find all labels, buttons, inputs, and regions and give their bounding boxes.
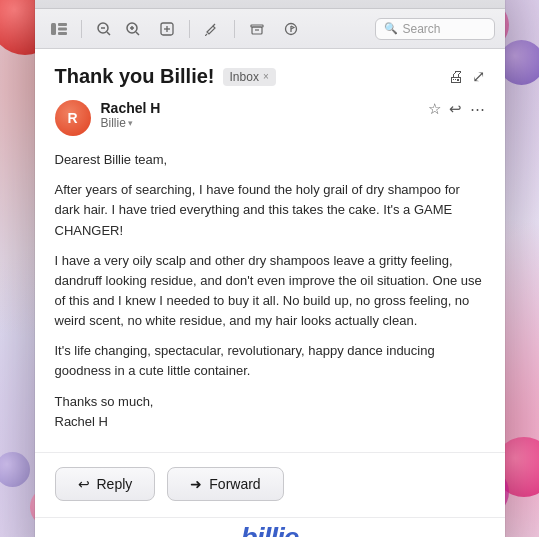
email-top-actions: 🖨 ⤢ (448, 67, 485, 86)
email-subject-row: Thank you Billie! Inbox × 🖨 ⤢ (55, 65, 485, 88)
decorative-sphere-purple (499, 40, 539, 85)
search-box[interactable]: 🔍 Search (375, 18, 495, 40)
archive-button[interactable] (243, 16, 271, 42)
svg-rect-1 (58, 23, 67, 26)
svg-line-10 (136, 32, 139, 35)
body-paragraph-1: After years of searching, I have found t… (55, 180, 485, 240)
forward-label: Forward (209, 476, 260, 492)
star-icon[interactable]: ☆ (428, 100, 441, 118)
svg-line-15 (205, 34, 207, 36)
svg-line-14 (213, 24, 215, 26)
toolbar-separator-2 (189, 20, 190, 38)
reply-icon: ↩ (78, 476, 90, 492)
decorative-sphere-lavender (0, 452, 30, 487)
search-placeholder[interactable]: Search (403, 22, 441, 36)
open-in-new-icon[interactable]: ⤢ (472, 67, 485, 86)
sender-to-chevron-icon: ▾ (128, 118, 133, 128)
inbox-badge: Inbox × (223, 68, 276, 86)
toolbar-separator-3 (234, 20, 235, 38)
mail-window: ✉ Holy grail of dry shampoo ▾ (35, 0, 505, 537)
action-buttons-row: ↩ Reply ➜ Forward (35, 452, 505, 517)
zoom-out-button[interactable] (90, 16, 118, 42)
compose-button[interactable] (153, 16, 181, 42)
zoom-in-button[interactable] (119, 16, 147, 42)
reply-label: Reply (97, 476, 133, 492)
body-greeting: Dearest Billie team, (55, 150, 485, 170)
print-icon[interactable]: 🖨 (448, 68, 464, 86)
search-icon: 🔍 (384, 22, 398, 35)
billie-logo-text: billie (241, 522, 299, 537)
inbox-badge-close[interactable]: × (263, 71, 269, 82)
forward-button[interactable]: ➜ Forward (167, 467, 283, 501)
email-content-area: Thank you Billie! Inbox × 🖨 ⤢ R Rachel H… (35, 49, 505, 452)
more-options-icon[interactable]: ⋯ (470, 100, 485, 118)
sender-to[interactable]: Billie ▾ (101, 116, 418, 130)
forward-icon: ➜ (190, 476, 202, 492)
svg-rect-2 (58, 27, 67, 30)
body-sign-off: Thanks so much,Rachel H (55, 392, 485, 432)
svg-rect-3 (58, 32, 67, 35)
sidebar-toggle-button[interactable] (45, 16, 73, 42)
body-paragraph-2: I have a very oily scalp and other dry s… (55, 251, 485, 332)
email-subject: Thank you Billie! (55, 65, 215, 88)
sender-to-label: Billie (101, 116, 126, 130)
reply-quick-icon[interactable]: ↩ (449, 100, 462, 118)
edit-button[interactable] (198, 16, 226, 42)
toolbar-separator (81, 20, 82, 38)
sender-avatar: R (55, 100, 91, 136)
sender-info: Rachel H Billie ▾ (101, 100, 418, 130)
svg-rect-0 (51, 23, 56, 35)
inbox-badge-label: Inbox (230, 70, 259, 84)
sender-actions: ☆ ↩ ⋯ (428, 100, 485, 118)
zoom-controls (90, 16, 147, 42)
sender-row: R Rachel H Billie ▾ ☆ ↩ ⋯ (55, 100, 485, 136)
flag-button[interactable] (277, 16, 305, 42)
svg-line-6 (107, 32, 110, 35)
sender-name: Rachel H (101, 100, 418, 116)
body-paragraph-3: It's life changing, spectacular, revolut… (55, 341, 485, 381)
toolbar: 🔍 Search (35, 9, 505, 49)
email-body: Dearest Billie team, After years of sear… (55, 150, 485, 432)
titlebar: ✉ Holy grail of dry shampoo ▾ (35, 0, 505, 9)
billie-logo-area: billie (35, 517, 505, 537)
reply-button[interactable]: ↩ Reply (55, 467, 156, 501)
